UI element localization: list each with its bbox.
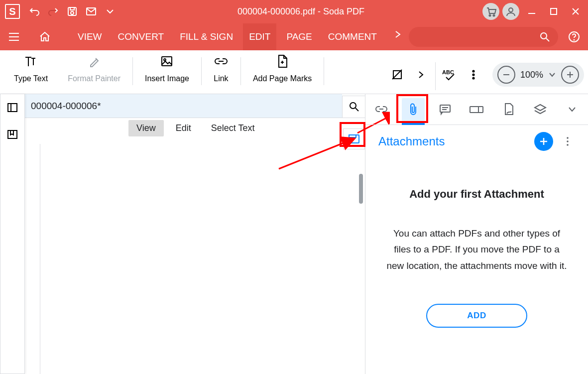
- paperclip-icon: [408, 103, 419, 117]
- svg-point-52: [567, 140, 569, 142]
- svg-rect-39: [349, 135, 359, 143]
- add-attachment-button[interactable]: [534, 132, 553, 151]
- left-rail: [0, 94, 25, 374]
- svg-rect-44: [440, 105, 450, 112]
- tabs-more[interactable]: [387, 23, 409, 45]
- page-marks-icon: [276, 54, 289, 69]
- svg-line-38: [355, 108, 358, 111]
- tab-comment[interactable]: COMMENT: [322, 23, 383, 50]
- spellcheck-icon: ABC: [442, 68, 457, 81]
- ribbon-more[interactable]: [409, 63, 433, 87]
- type-text-button[interactable]: Type Text: [4, 54, 58, 83]
- titlebar: S 000004-000006.pdf - Soda PDF: [0, 0, 588, 23]
- rp-tab-attachments[interactable]: [402, 98, 425, 121]
- svg-point-4: [489, 15, 491, 16]
- type-text-icon: [24, 55, 37, 68]
- zoom-out-button[interactable]: [497, 66, 515, 84]
- quick-access-dropdown[interactable]: [101, 2, 119, 21]
- tab-fill-sign[interactable]: FILL & SIGN: [174, 23, 239, 50]
- ctx-edit[interactable]: Edit: [168, 120, 199, 136]
- context-bar: View Edit Select Text: [124, 118, 365, 138]
- right-panel-header: Attachments: [365, 125, 588, 158]
- document-tab[interactable]: 000004-000006*: [25, 94, 342, 118]
- add-page-marks-label: Add Page Marks: [253, 74, 312, 83]
- chevron-down-icon[interactable]: [548, 71, 556, 79]
- right-panel-more[interactable]: [560, 134, 575, 149]
- home-button[interactable]: [34, 26, 56, 48]
- svg-point-6: [509, 8, 513, 12]
- rp-tab-layers[interactable]: [529, 98, 552, 121]
- maximize-button[interactable]: [544, 2, 563, 21]
- ctx-view[interactable]: View: [128, 120, 164, 136]
- right-panel-body: Add your first Attachment You can attach…: [365, 158, 588, 374]
- svg-point-17: [574, 39, 574, 40]
- svg-point-14: [541, 33, 547, 39]
- rp-tab-more[interactable]: [561, 98, 584, 121]
- format-painter-icon: [88, 55, 101, 68]
- hamburger-menu[interactable]: [3, 26, 25, 48]
- svg-rect-34: [8, 104, 17, 112]
- undo-button[interactable]: [25, 2, 44, 21]
- zoom-value: 100%: [520, 70, 543, 80]
- rp-tab-comments[interactable]: [434, 98, 457, 121]
- minimize-button[interactable]: [522, 2, 541, 21]
- ribbon: Type Text Format Painter Insert Image Li…: [0, 50, 588, 94]
- plus-icon: [539, 136, 549, 146]
- attachments-add-button[interactable]: ADD: [426, 304, 527, 328]
- field-icon: [469, 105, 484, 115]
- rp-tab-sign[interactable]: [497, 98, 520, 121]
- insert-image-button[interactable]: Insert Image: [135, 54, 199, 83]
- type-text-label: Type Text: [14, 74, 48, 83]
- comment-icon: [439, 104, 452, 116]
- svg-rect-21: [162, 57, 172, 66]
- close-button[interactable]: [566, 2, 585, 21]
- insert-image-label: Insert Image: [145, 74, 189, 83]
- svg-rect-47: [470, 107, 483, 113]
- ctx-select-text[interactable]: Select Text: [203, 120, 263, 136]
- scrollbar-thumb[interactable]: [359, 174, 363, 204]
- svg-rect-1: [70, 7, 74, 10]
- tab-page[interactable]: PAGE: [280, 23, 318, 50]
- document-search-button[interactable]: [342, 96, 365, 118]
- tab-edit[interactable]: EDIT: [243, 23, 276, 50]
- ribbon-overflow[interactable]: [462, 63, 485, 87]
- right-panel-tabs: [365, 94, 588, 125]
- work-area: 000004-000006* View Edit Select Text: [0, 94, 588, 374]
- save-button[interactable]: [63, 2, 82, 21]
- separator: [435, 62, 436, 90]
- svg-point-30: [472, 77, 474, 79]
- svg-point-29: [472, 74, 474, 75]
- link-label: Link: [214, 74, 228, 83]
- help-button[interactable]: [563, 26, 585, 48]
- account-button[interactable]: [502, 3, 519, 20]
- attachments-text: You can attach PDFs and other types of f…: [385, 226, 568, 274]
- panel-toggle-button[interactable]: [4, 99, 21, 116]
- sign-icon: [502, 103, 514, 117]
- tab-convert[interactable]: CONVERT: [112, 23, 170, 50]
- bookmark-icon: [6, 128, 18, 140]
- zoom-in-button[interactable]: [561, 66, 579, 84]
- panel-icon: [6, 102, 18, 114]
- svg-point-5: [493, 15, 495, 16]
- search-icon: [348, 101, 360, 113]
- rp-tab-forms[interactable]: [465, 98, 488, 121]
- link-button[interactable]: Link: [204, 54, 238, 83]
- cart-button[interactable]: [482, 3, 499, 20]
- crop-button[interactable]: [385, 63, 409, 87]
- rp-tab-links[interactable]: [370, 98, 393, 121]
- zoom-control: 100%: [492, 63, 584, 87]
- svg-rect-8: [551, 8, 557, 14]
- search-icon: [539, 31, 550, 42]
- spellcheck-button[interactable]: ABC: [438, 63, 462, 87]
- svg-rect-40: [349, 135, 356, 137]
- open-sidepanel-button[interactable]: [343, 128, 365, 149]
- bookmarks-button[interactable]: [4, 126, 21, 143]
- separator: [132, 57, 133, 85]
- page-canvas[interactable]: [40, 144, 358, 374]
- tab-view[interactable]: VIEW: [72, 23, 108, 50]
- separator: [240, 57, 241, 85]
- right-panel-title: Attachments: [378, 134, 534, 148]
- mail-button[interactable]: [82, 2, 101, 21]
- global-search[interactable]: [409, 27, 558, 47]
- add-page-marks-button[interactable]: Add Page Marks: [243, 54, 322, 83]
